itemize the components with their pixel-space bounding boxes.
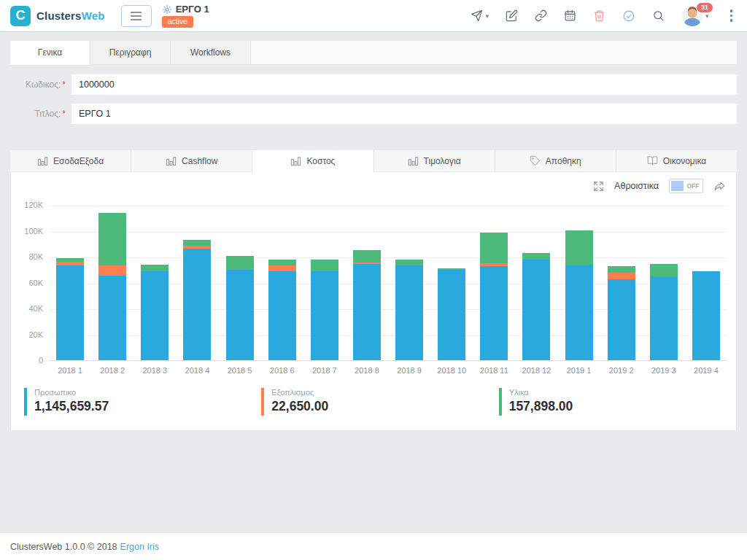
x-tick-label: 2018 10: [430, 366, 473, 375]
calendar-icon[interactable]: [564, 9, 576, 22]
legend-label: Υλικα: [509, 388, 573, 397]
bar-segment[interactable]: [141, 271, 169, 360]
bar-segment[interactable]: [608, 279, 635, 360]
bar-segment[interactable]: [608, 266, 635, 273]
legend-item-ylika[interactable]: Υλικα 157,898.00: [499, 388, 736, 416]
bar-2018-12[interactable]: [515, 253, 557, 360]
gear-icon: [162, 4, 172, 15]
bar-2018-11[interactable]: [473, 233, 515, 360]
user-avatar[interactable]: 31 ▾: [681, 5, 709, 27]
bar-2019-3[interactable]: [643, 264, 685, 360]
chart-legend: Προσωπικο 1,145,659.57 Εξοπλισμος 22,650…: [11, 375, 736, 430]
brand-name: ClustersWeb: [36, 9, 105, 22]
legend-label: Εξοπλισμος: [271, 388, 328, 397]
send-icon[interactable]: ▾: [471, 9, 489, 22]
chart-x-axis: 2018 12018 22018 32018 42018 52018 62018…: [49, 366, 727, 375]
bar-segment[interactable]: [395, 260, 423, 266]
bar-segment[interactable]: [565, 265, 593, 360]
bar-segment[interactable]: [183, 249, 211, 360]
bar-2019-2[interactable]: [600, 266, 643, 360]
bar-segment[interactable]: [608, 273, 635, 279]
tab-perigrafi[interactable]: Περιγραφη: [90, 41, 171, 64]
chart-tab-oikonomika[interactable]: Οικονομικα: [616, 150, 737, 172]
bar-2018-1[interactable]: [49, 258, 91, 360]
brand-primary: Clusters: [36, 9, 82, 22]
bar-segment[interactable]: [565, 230, 593, 265]
bar-segment[interactable]: [183, 240, 211, 246]
bar-2018-2[interactable]: [91, 213, 133, 360]
bar-2018-7[interactable]: [303, 260, 346, 360]
expand-icon[interactable]: [593, 181, 604, 192]
legend-label: Προσωπικο: [34, 388, 109, 397]
edit-icon[interactable]: [506, 9, 518, 22]
bar-2018-8[interactable]: [346, 250, 388, 360]
trash-icon[interactable]: [593, 9, 605, 22]
bar-segment[interactable]: [438, 270, 465, 360]
bar-2018-6[interactable]: [261, 260, 303, 360]
app-footer: ClustersWeb 1.0.0 © 2018 Ergon Iris: [0, 532, 747, 560]
bar-segment[interactable]: [480, 233, 508, 263]
bar-chart-icon: [166, 155, 177, 166]
bar-segment[interactable]: [268, 260, 296, 265]
search-icon[interactable]: [652, 9, 665, 22]
footer-link[interactable]: Ergon Iris: [120, 542, 160, 552]
x-tick-label: 2018 2: [91, 366, 133, 375]
bar-2018-3[interactable]: [133, 265, 176, 360]
bar-segment[interactable]: [353, 250, 381, 262]
chart-tab-apothiki[interactable]: Αποθηκη: [495, 150, 616, 172]
bar-segment[interactable]: [141, 265, 169, 272]
bar-segment[interactable]: [480, 266, 508, 360]
bar-segment[interactable]: [650, 276, 678, 360]
bar-segment[interactable]: [650, 264, 678, 276]
link-icon[interactable]: [535, 9, 547, 22]
bar-segment[interactable]: [522, 253, 550, 260]
bar-segment[interactable]: [98, 265, 126, 276]
bar-2019-4[interactable]: [685, 271, 727, 360]
bar-chart-icon: [290, 155, 301, 166]
bar-segment[interactable]: [311, 271, 338, 360]
chart-tab-esodaexoda[interactable]: ΕσοδαΕξοδα: [10, 150, 131, 172]
bar-segment[interactable]: [226, 270, 254, 360]
x-tick-label: 2019 3: [643, 366, 685, 375]
title-field-label: Τιτλος:*: [10, 104, 71, 124]
chart-tab-kostos[interactable]: Κοστος: [252, 150, 374, 172]
bar-2019-1[interactable]: [558, 230, 600, 360]
bar-segment[interactable]: [353, 264, 381, 360]
bar-segment[interactable]: [522, 260, 550, 360]
bar-2018-4[interactable]: [176, 240, 218, 360]
bar-segment[interactable]: [56, 265, 84, 360]
legend-item-exoplismos[interactable]: Εξοπλισμος 22,650.00: [261, 388, 498, 416]
bar-segment[interactable]: [98, 276, 126, 360]
kebab-menu-icon[interactable]: [726, 8, 738, 23]
app-logo[interactable]: C: [10, 6, 31, 26]
bar-2018-9[interactable]: [388, 260, 430, 360]
tab-workflows[interactable]: Workflows: [171, 41, 251, 64]
chart-plot-wrap: 2018 12018 22018 32018 42018 52018 62018…: [49, 206, 727, 375]
legend-item-prosopiko[interactable]: Προσωπικο 1,145,659.57: [24, 388, 261, 416]
y-tick-label: 100K: [24, 227, 43, 236]
x-tick-label: 2018 3: [133, 366, 176, 375]
bar-segment[interactable]: [395, 265, 423, 360]
bar-segment[interactable]: [268, 265, 296, 271]
chart-plot: [49, 206, 727, 361]
bar-segment[interactable]: [311, 260, 338, 271]
required-mark: *: [62, 109, 66, 119]
bar-segment[interactable]: [692, 271, 720, 360]
x-tick-label: 2018 8: [346, 366, 388, 375]
bar-segment[interactable]: [268, 271, 296, 360]
bar-2018-10[interactable]: [430, 268, 473, 360]
code-field[interactable]: [71, 74, 737, 95]
check-circle-icon[interactable]: [622, 9, 635, 23]
hamburger-menu-button[interactable]: [121, 5, 152, 27]
title-field[interactable]: [71, 104, 737, 124]
share-icon[interactable]: [713, 180, 726, 192]
chart-tab-cashflow[interactable]: Cashflow: [131, 150, 252, 172]
aggregate-toggle[interactable]: OFF: [669, 179, 703, 193]
chart-tab-label: Οικονομικα: [663, 156, 707, 166]
bar-segment[interactable]: [98, 213, 126, 265]
bar-segment[interactable]: [226, 256, 254, 270]
chart-tab-timologia[interactable]: Τιμολογια: [374, 150, 495, 172]
chart-panel: Αθροιστικα OFF 020K40K60K80K100K120K 201…: [10, 172, 737, 431]
bar-2018-5[interactable]: [219, 256, 261, 360]
tab-genika[interactable]: Γενικα: [10, 41, 90, 65]
